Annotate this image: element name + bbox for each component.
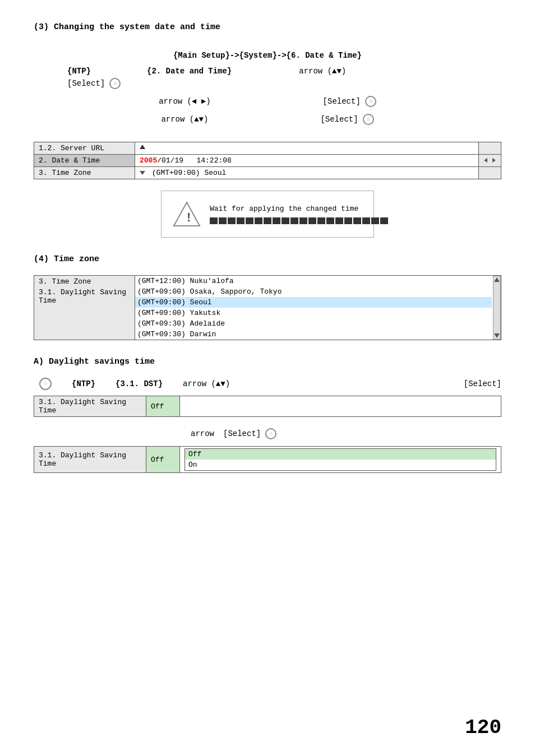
scroll-up-icon[interactable] [494, 277, 500, 282]
tz-main-label: 3. Time Zone3.1. Daylight Saving Time [34, 276, 135, 340]
select-icon-1: ○ [109, 78, 121, 89]
section3-title: (3) Changing the system date and time [34, 22, 501, 32]
sectionA-title: A) Daylight savings time [34, 357, 501, 367]
tz-item: (GMT+09:30) Darwin [135, 329, 492, 340]
row1-label: 1.2. Server URL [34, 142, 135, 155]
dst-dropdown[interactable]: Off On [185, 448, 496, 471]
arrow-updown-dst: arrow (▲▼) [183, 379, 230, 388]
select-icon-2: ○ [365, 96, 376, 107]
dst-row-empty [180, 396, 501, 417]
scroll-down-icon[interactable] [494, 333, 500, 338]
down-arrow-icon [140, 171, 145, 175]
page-number: 120 [465, 716, 501, 739]
select-label-3: [Select] ○ [320, 114, 373, 125]
row2-value: 2005/01/19 14:22:08 [135, 155, 479, 167]
dst-row2-value: Off [146, 447, 180, 473]
select-icon-3: ○ [363, 114, 374, 125]
circle-icon-dst: ○ [39, 378, 52, 390]
ntp-label: {NTP} [67, 67, 91, 76]
tz-list-cell: (GMT+12:00) Nuku'alofa (GMT+09:00) Osaka… [135, 276, 501, 340]
timezone-list: (GMT+12:00) Nuku'alofa (GMT+09:00) Osaka… [135, 276, 492, 340]
lr-arrows-icon [484, 156, 496, 165]
date-rest: /01/19 14:22:08 [157, 156, 232, 165]
dropdown-item-off[interactable]: Off [185, 449, 496, 460]
row3-label: 3. Time Zone [34, 167, 135, 179]
table-row: 3. Time Zone (GMT+09:00) Seoul [34, 167, 501, 179]
scrollbar[interactable] [493, 276, 501, 340]
select-label-1: [Select] ○ [67, 78, 121, 89]
date-highlight: 2005 [140, 156, 157, 165]
select-label-dst: [Select] [464, 379, 501, 388]
tz-item: (GMT+09:00) Osaka, Sapporo, Tokyo [135, 286, 492, 297]
row1-ctrl [479, 142, 501, 155]
table-row: 1.2. Server URL [34, 142, 501, 155]
timezone-table: 3. Time Zone3.1. Daylight Saving Time (G… [34, 275, 501, 340]
select-label-2: [Select] ○ [323, 96, 376, 107]
progress-bar [210, 217, 388, 224]
dst-table-1: 3.1. Daylight Saving Time Off [34, 396, 501, 417]
tz-item: (GMT+09:30) Adelaide [135, 318, 492, 329]
tz-item-selected[interactable]: (GMT+09:00) Seoul [135, 297, 492, 308]
table-row: 3.1. Daylight Saving Time Off Off On [34, 447, 501, 473]
row2-label: 2. Date & Time [34, 155, 135, 167]
dst-row-value: Off [146, 396, 180, 417]
table-row: 2. Date & Time 2005/01/19 14:22:08 [34, 155, 501, 167]
table-row: 3. Time Zone3.1. Daylight Saving Time (G… [34, 276, 501, 340]
warning-box: ! Wait for applying the changed time [161, 191, 374, 238]
ntp-label-dst: {NTP} [72, 379, 95, 388]
small-up-arrow-icon [140, 145, 145, 149]
dst-table-2: 3.1. Daylight Saving Time Off Off On [34, 446, 501, 473]
section4-title: (4) Time zone [34, 254, 501, 264]
nav-path: {Main Setup}->{System}->{6. Date & Time} [34, 51, 501, 60]
dst-label: {3.1. DST} [116, 379, 163, 388]
arrow-row: arrow [Select] ○ [34, 428, 501, 439]
arrow-label: arrow [191, 429, 214, 438]
row1-value [135, 142, 479, 155]
warning-content: Wait for applying the changed time [210, 205, 388, 224]
dropdown-item-on[interactable]: On [185, 460, 496, 470]
warning-text: Wait for applying the changed time [210, 205, 388, 213]
datetime-table: 1.2. Server URL 2. Date & Time 2005/01/1… [34, 142, 501, 179]
dst-row2-label: 3.1. Daylight Saving Time [34, 447, 146, 473]
arrow-updown-2: arrow (▲▼) [161, 115, 208, 124]
row3-ctrl [479, 167, 501, 179]
arrow-lr: arrow (◄ ►) [159, 97, 210, 106]
table-row: 3.1. Daylight Saving Time Off [34, 396, 501, 417]
arrow-updown-1: arrow (▲▼) [299, 67, 346, 76]
svg-text:!: ! [185, 211, 192, 225]
row3-value: (GMT+09:00) Seoul [135, 167, 479, 179]
select-label-arrow: [Select] ○ [223, 428, 276, 439]
dst-row-label: 3.1. Daylight Saving Time [34, 396, 146, 417]
tz-item: (GMT+09:00) Yakutsk [135, 308, 492, 318]
row2-ctrl [479, 155, 501, 167]
warning-icon: ! [173, 200, 201, 228]
date-time-label: {2. Date and Time} [147, 67, 232, 76]
dst-row2-empty: Off On [180, 447, 501, 473]
select-icon-arrow: ○ [265, 428, 276, 439]
tz-item: (GMT+12:00) Nuku'alofa [135, 276, 492, 286]
